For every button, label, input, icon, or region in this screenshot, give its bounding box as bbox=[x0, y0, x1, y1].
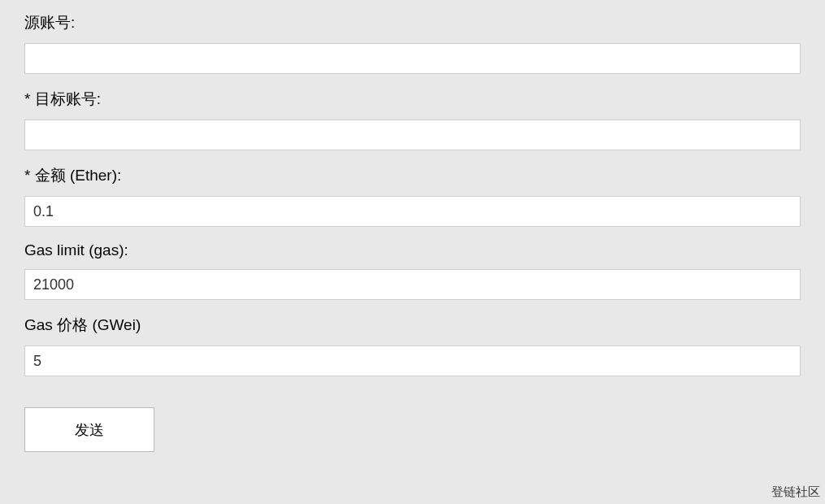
amount-input[interactable] bbox=[24, 196, 801, 227]
target-account-input[interactable] bbox=[24, 119, 801, 150]
gas-price-group: Gas 价格 (GWei) bbox=[24, 315, 801, 376]
source-account-input[interactable] bbox=[24, 43, 801, 74]
target-account-group: * 目标账号: bbox=[24, 89, 801, 150]
source-account-label: 源账号: bbox=[24, 12, 801, 33]
transaction-form: 源账号: * 目标账号: * 金额 (Ether): Gas limit (ga… bbox=[24, 12, 801, 452]
send-button[interactable]: 发送 bbox=[24, 407, 154, 452]
gas-limit-label: Gas limit (gas): bbox=[24, 241, 801, 259]
amount-group: * 金额 (Ether): bbox=[24, 165, 801, 227]
source-account-group: 源账号: bbox=[24, 12, 801, 74]
gas-limit-group: Gas limit (gas): bbox=[24, 241, 801, 300]
gas-price-input[interactable] bbox=[24, 345, 801, 376]
target-account-label: * 目标账号: bbox=[24, 89, 801, 110]
amount-label: * 金额 (Ether): bbox=[24, 165, 801, 186]
watermark-text: 登链社区 bbox=[771, 484, 820, 500]
gas-limit-input[interactable] bbox=[24, 269, 801, 300]
gas-price-label: Gas 价格 (GWei) bbox=[24, 315, 801, 336]
